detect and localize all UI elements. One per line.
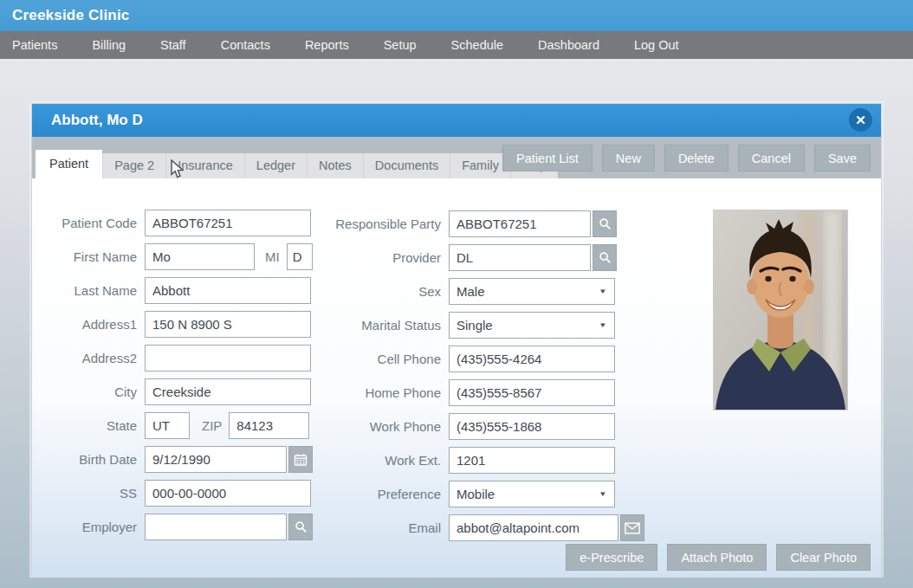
preference-value: Mobile	[456, 487, 495, 501]
cancel-button[interactable]: Cancel	[738, 145, 805, 171]
mi-label: MI	[265, 249, 280, 264]
responsible-party-input[interactable]	[449, 210, 591, 237]
first-name-input[interactable]	[145, 243, 255, 270]
marital-status-value: Single	[456, 318, 493, 333]
field-row: Sex Male ▼	[327, 278, 644, 305]
close-icon: ✕	[855, 113, 866, 128]
email-label: Email	[327, 520, 441, 535]
tab-ledger[interactable]: Ledger	[244, 153, 307, 178]
ss-input[interactable]	[145, 480, 311, 507]
attach-photo-button[interactable]: Attach Photo	[667, 544, 767, 571]
field-row: Last Name	[46, 277, 313, 304]
menu-item-staff[interactable]: Staff	[160, 38, 186, 52]
menu-item-dashboard[interactable]: Dashboard	[538, 38, 599, 52]
patient-portrait-illustration	[714, 210, 847, 410]
field-row: Home Phone	[327, 379, 644, 406]
menu-item-patients[interactable]: Patients	[12, 38, 57, 52]
zip-label: ZIP	[202, 418, 222, 433]
patient-code-input[interactable]	[145, 210, 311, 236]
field-row: Employer	[46, 514, 313, 540]
search-icon	[294, 520, 308, 534]
search-icon	[598, 216, 612, 231]
cell-phone-input[interactable]	[449, 346, 615, 372]
menu-item-setup[interactable]: Setup	[384, 38, 417, 52]
tab-family[interactable]: Family	[450, 153, 510, 178]
field-row: Preference Mobile ▼	[327, 481, 644, 507]
responsible-party-search-button[interactable]	[592, 210, 617, 237]
email-input[interactable]	[449, 514, 618, 541]
tab-notes[interactable]: Notes	[307, 153, 363, 178]
field-row: Email	[327, 514, 644, 541]
dialog-title-bar: Abbott, Mo D	[32, 104, 881, 137]
app-title: Creekside Clinic	[12, 7, 129, 23]
form-column-right: Responsible Party Provider Sex Male ▼	[327, 210, 644, 548]
tab-bar: Patient Page 2 Insurance Ledger Notes Do…	[36, 150, 558, 178]
tab-page-2[interactable]: Page 2	[102, 153, 165, 178]
mi-input[interactable]	[287, 243, 313, 270]
address2-label: Address2	[46, 351, 137, 365]
field-row: State ZIP	[46, 412, 313, 439]
employer-label: Employer	[46, 520, 137, 534]
calendar-button[interactable]	[288, 446, 313, 473]
marital-status-select[interactable]: Single ▼	[449, 312, 615, 339]
clear-photo-button[interactable]: Clear Photo	[776, 544, 871, 571]
tab-documents[interactable]: Documents	[363, 153, 450, 178]
tab-patient[interactable]: Patient	[36, 150, 102, 178]
work-ext-input[interactable]	[449, 447, 615, 474]
work-phone-input[interactable]	[449, 413, 615, 440]
close-button[interactable]: ✕	[849, 108, 872, 132]
address1-input[interactable]	[145, 311, 311, 338]
ss-label: SS	[46, 486, 137, 501]
city-label: City	[46, 384, 137, 399]
sex-value: Male	[456, 284, 485, 299]
field-row: Provider	[327, 244, 644, 271]
city-input[interactable]	[145, 378, 311, 405]
field-row: Address2	[46, 345, 313, 372]
menu-item-schedule[interactable]: Schedule	[451, 38, 503, 52]
app-title-bar: Creekside Clinic	[0, 0, 913, 31]
form-footer-buttons: e-Prescribe Attach Photo Clear Photo	[566, 544, 871, 571]
provider-search-button[interactable]	[592, 244, 617, 271]
home-phone-label: Home Phone	[327, 385, 441, 400]
new-button[interactable]: New	[602, 145, 655, 171]
employer-input[interactable]	[145, 514, 287, 540]
chevron-down-icon: ▼	[599, 288, 607, 295]
zip-input[interactable]	[229, 412, 309, 439]
tab-insurance[interactable]: Insurance	[165, 153, 244, 178]
address1-label: Address1	[46, 317, 137, 332]
patient-code-label: Patient Code	[46, 216, 137, 230]
field-row: Responsible Party	[327, 210, 644, 237]
dialog-actions: Patient List New Delete Cancel Save	[502, 145, 871, 171]
envelope-icon	[625, 522, 640, 534]
send-email-button[interactable]	[620, 514, 644, 541]
field-row: Work Phone	[327, 413, 644, 440]
menu-item-logout[interactable]: Log Out	[634, 38, 679, 52]
patient-dialog: Abbott, Mo D ✕ Patient Page 2 Insurance …	[31, 103, 882, 576]
marital-status-label: Marital Status	[327, 318, 441, 333]
home-phone-input[interactable]	[449, 379, 615, 406]
sex-label: Sex	[327, 284, 441, 299]
field-row: Marital Status Single ▼	[327, 312, 644, 339]
address2-input[interactable]	[145, 345, 311, 372]
field-row: First Name MI	[46, 243, 313, 270]
provider-input[interactable]	[449, 244, 591, 271]
field-row: Cell Phone	[327, 346, 644, 372]
sex-select[interactable]: Male ▼	[449, 278, 615, 305]
menu-item-contacts[interactable]: Contacts	[221, 38, 270, 52]
e-prescribe-button[interactable]: e-Prescribe	[566, 544, 657, 571]
last-name-input[interactable]	[145, 277, 311, 304]
employer-search-button[interactable]	[288, 514, 313, 540]
menu-item-reports[interactable]: Reports	[305, 38, 349, 52]
patient-list-button[interactable]: Patient List	[502, 145, 592, 171]
dialog-title: Abbott, Mo D	[51, 112, 143, 128]
state-input[interactable]	[145, 412, 190, 439]
save-button[interactable]: Save	[814, 145, 871, 171]
preference-select[interactable]: Mobile ▼	[449, 481, 615, 507]
preference-label: Preference	[327, 487, 441, 501]
work-ext-label: Work Ext.	[327, 453, 441, 468]
birth-date-input[interactable]	[145, 446, 287, 473]
menu-item-billing[interactable]: Billing	[92, 38, 126, 52]
birth-date-label: Birth Date	[46, 452, 137, 467]
cell-phone-label: Cell Phone	[327, 352, 441, 366]
delete-button[interactable]: Delete	[664, 145, 728, 171]
